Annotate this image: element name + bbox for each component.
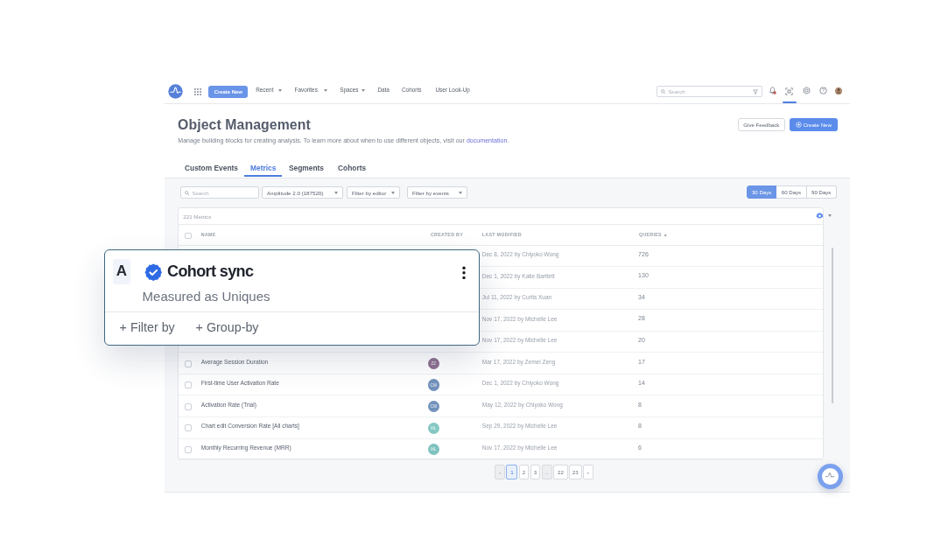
svg-text:?: ? (822, 88, 825, 94)
